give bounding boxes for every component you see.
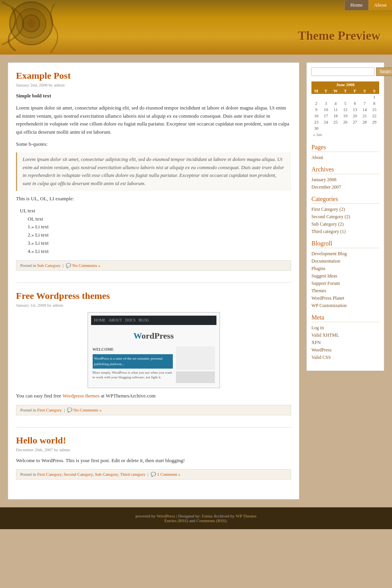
li-item-4: 4.» Li text [28,247,291,256]
wp-nav-home: HOME [94,317,105,323]
blogroll-link[interactable]: Suggest Ideas [311,273,337,279]
blogroll-link[interactable]: Themes [311,288,326,293]
calendar-cell[interactable]: 1 [369,94,379,100]
calendar-cell[interactable]: 4 [331,100,341,106]
calendar-cell[interactable]: 5 [341,100,350,106]
category-link[interactable]: Second Category (2) [311,214,350,219]
cal-prev[interactable]: « Jan [311,131,379,138]
list-item: Log in [311,325,379,331]
li-item-2: 2.» Li text [28,231,291,239]
calendar-cell[interactable]: 27 [350,119,360,125]
calendar-cell[interactable]: 6 [350,100,360,106]
calendar-cell[interactable]: 28 [360,119,369,125]
list-item: Themes [311,288,379,294]
calendar-row: 1 [311,94,379,100]
calendar-cell[interactable]: 2 [311,100,321,106]
calendar-cell[interactable]: 25 [331,119,341,125]
blogroll-link[interactable]: Support Forum [311,281,340,286]
nav-home[interactable]: Home [345,0,368,10]
wordpress-themes-link[interactable]: Wordpress themes [62,393,99,399]
wp-logo-w: W [134,331,142,341]
meta-link[interactable]: Log in [311,325,324,330]
footer-cats-link[interactable]: First Category, Second Category, Sub Cat… [37,472,145,477]
footer-posted-label-2: Posted in [20,408,36,412]
category-link[interactable]: Sub Category (2) [311,221,344,227]
calendar-cell[interactable]: 18 [331,113,341,119]
calendar-cell[interactable]: 29 [369,119,379,125]
calendar-cell[interactable]: 15 [369,106,379,113]
meta-link[interactable]: Valid CSS [311,355,331,360]
calendar-cell [311,94,321,100]
post-meta-free-wp: January 1st, 2008 by admin [16,303,291,307]
footer-category-link[interactable]: Sub Category [37,263,60,268]
search-button[interactable]: Search [376,67,392,76]
archive-link[interactable]: December 2007 [311,184,341,190]
calendar-cell[interactable]: 26 [341,119,350,125]
calendar-cell[interactable]: 24 [321,119,331,125]
post-content-hello: Welcome to WordPress. This is your first… [16,457,291,465]
archives-heading: Archives [311,166,379,174]
calendar-cell[interactable]: 22 [369,113,379,119]
calendar-cell[interactable]: 3 [321,100,331,106]
meta-heading: Meta [311,314,379,322]
post-free-wp: Free Wordpress themes January 1st, 2008 … [16,291,291,415]
footer-entries-rss[interactable]: Entries (RSS) [164,518,188,523]
calendar-cell[interactable]: 10 [321,106,331,113]
post-hello-world: Hello world! December 26th, 2007 by admi… [16,435,291,480]
calendar-cell[interactable]: 21 [360,113,369,119]
list-item: Third category (1) [311,228,379,235]
sidebar: Search June 2008 MTWTFSS 123456789101112… [306,62,384,371]
search-input[interactable] [311,67,374,76]
blogroll-link[interactable]: Documentation [311,258,340,264]
ul-text: UL text [20,207,291,215]
calendar-cell[interactable]: 8 [369,100,379,106]
blogroll-link[interactable]: Plugins [311,266,325,271]
calendar-cell [331,125,341,131]
pages-section: Pages About [311,144,379,161]
nav-about[interactable]: About [368,0,392,10]
footer-comments-link-3[interactable]: 1 Comment » [157,472,180,477]
footer-category-link-2[interactable]: First Category [37,408,62,412]
calendar-cell[interactable]: 16 [311,113,321,119]
list-item: Documentation [311,258,379,264]
calendar-title: June 2008 [311,81,379,88]
category-link[interactable]: First Category (2) [311,207,345,212]
archive-link[interactable]: January 2008 [311,177,336,182]
pages-link[interactable]: About [311,155,323,160]
post-footer-example: Posted in Sub Category | 💬 No Comments » [16,260,291,271]
blogroll-link[interactable]: WordPress Planet [311,295,345,301]
calendar-row: 30 [311,125,379,131]
calendar-cell[interactable]: 19 [341,113,350,119]
calendar-cell[interactable]: 7 [360,100,369,106]
post-body-free-wp: You can easy find free Wordpress themes … [16,392,291,400]
footer-comments-rss[interactable]: Comments (RSS). [197,518,228,523]
blogroll-link[interactable]: Development Blog [311,251,347,256]
meta-link[interactable]: WordPress [311,347,332,353]
footer-designer-link[interactable]: Fatma [202,514,213,518]
list-item: About [311,154,379,161]
pages-heading: Pages [311,144,379,152]
calendar-cell[interactable]: 30 [311,125,321,131]
footer-wp-link[interactable]: WordPress [156,514,175,518]
calendar-cell[interactable]: 20 [350,113,360,119]
calendar-cell[interactable]: 17 [321,113,331,119]
footer-comments-link[interactable]: No Comments » [72,263,100,268]
blogroll-link[interactable]: WP Customization [311,303,347,308]
footer-comments-link-2[interactable]: No Comments » [74,408,102,412]
calendar-cell[interactable]: 11 [331,106,341,113]
comment-icon-2: 💬 [67,408,72,412]
calendar-cell[interactable]: 13 [350,106,360,113]
list-item: Sub Category (2) [311,221,379,227]
footer-line2: Entries (RSS) and Comments (RSS). [6,518,386,523]
category-link[interactable]: Third category (1) [311,229,346,234]
meta-link[interactable]: Valid XHTML [311,332,339,338]
footer-archived-link[interactable]: WP Themes [236,514,256,518]
calendar-cell[interactable]: 12 [341,106,350,113]
calendar-cell[interactable]: 14 [360,106,369,113]
meta-link[interactable]: XFN [311,340,321,345]
calendar-cell[interactable]: 9 [311,106,321,113]
wp-left-col: WELCOME WordPress is a state-of-the-art … [93,346,173,383]
list-item: WP Customization [311,302,379,309]
site-header: Home About Theme Preview [0,0,392,55]
calendar-cell[interactable]: 23 [311,119,321,125]
